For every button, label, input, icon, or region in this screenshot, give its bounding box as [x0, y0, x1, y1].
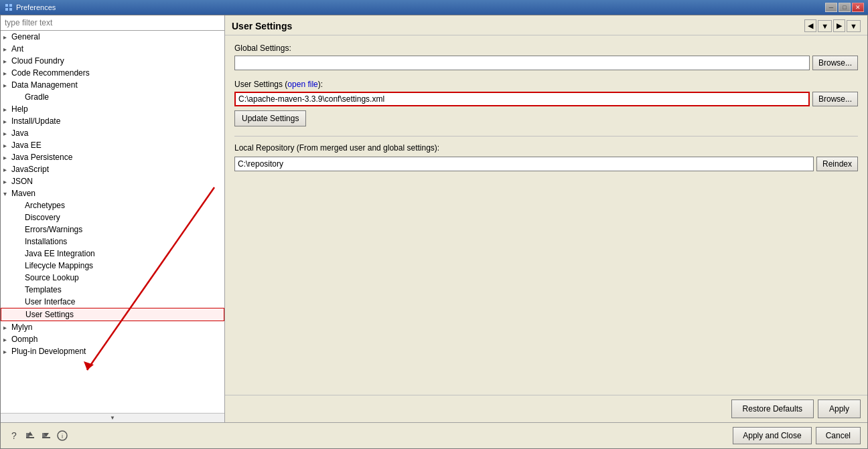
sidebar-item-user-settings[interactable]: User Settings: [1, 308, 224, 321]
sidebar-item-install-update[interactable]: ▸ Install/Update: [1, 115, 224, 127]
search-input[interactable]: [1, 15, 224, 31]
tree-arrow-java-persistence: ▸: [3, 154, 11, 161]
dropdown2-icon: ▼: [850, 22, 857, 30]
sidebar-item-user-interface[interactable]: User Interface: [1, 296, 224, 308]
tree-arrow-mylyn: ▸: [3, 324, 11, 331]
tree-arrow-oomph: ▸: [3, 336, 11, 343]
sidebar-item-oomph[interactable]: ▸ Oomph: [1, 333, 224, 345]
tree-label-code-recommenders: Code Recommenders: [11, 68, 90, 78]
tree-label-java-ee-integration: Java EE Integration: [25, 249, 95, 258]
window-title: Preferences: [16, 3, 825, 11]
sidebar-item-mylyn[interactable]: ▸ Mylyn: [1, 321, 224, 333]
apply-button[interactable]: Apply: [818, 399, 861, 418]
tree-label-cloud-foundry: Cloud Foundry: [11, 56, 64, 66]
help-icon[interactable]: ?: [7, 429, 21, 442]
tree-arrow-plug-in-development: ▸: [3, 348, 11, 355]
tree-label-java-ee: Java EE: [11, 141, 42, 150]
sidebar-item-java[interactable]: ▸ Java: [1, 127, 224, 139]
tree-label-mylyn: Mylyn: [11, 323, 32, 332]
main-area: ▸ General ▸ Ant ▸ Cloud Foundry ▸ Code R…: [1, 15, 867, 422]
minimize-button[interactable]: ─: [825, 3, 837, 12]
tree-label-user-settings: User Settings: [25, 310, 74, 319]
tree-arrow-code-recommenders: ▸: [3, 70, 11, 77]
sidebar-item-help[interactable]: ▸ Help: [1, 103, 224, 115]
tree-label-help: Help: [11, 104, 28, 114]
nav-dropdown2-button[interactable]: ▼: [847, 20, 861, 32]
sidebar-item-archetypes[interactable]: Archetypes: [1, 199, 224, 211]
local-repo-row: Reindex: [234, 157, 858, 171]
nav-back-button[interactable]: ◀: [804, 19, 816, 32]
tree-label-gradle: Gradle: [25, 92, 49, 102]
sidebar-item-java-ee-integration[interactable]: Java EE Integration: [1, 248, 224, 260]
import-icon[interactable]: [23, 429, 37, 442]
tree-label-installations: Installations: [25, 237, 67, 246]
sidebar-item-source-lookup[interactable]: Source Lookup: [1, 272, 224, 284]
apply-close-button[interactable]: Apply and Close: [733, 427, 811, 444]
tree-label-json: JSON: [11, 177, 33, 186]
nav-forward-button[interactable]: ▶: [833, 19, 845, 32]
svg-rect-1: [9, 4, 12, 7]
sidebar-item-java-persistence[interactable]: ▸ Java Persistence: [1, 151, 224, 163]
sidebar-item-errors-warnings[interactable]: Errors/Warnings: [1, 223, 224, 236]
global-browse-button[interactable]: Browse...: [812, 56, 858, 70]
local-repo-label: Local Repository (From merged user and g…: [234, 143, 858, 153]
tree-label-data-management: Data Management: [11, 80, 78, 90]
cancel-button[interactable]: Cancel: [816, 427, 861, 444]
sidebar-item-installations[interactable]: Installations: [1, 236, 224, 248]
close-button[interactable]: ✕: [852, 3, 864, 12]
content-title: User Settings: [232, 21, 292, 31]
restore-defaults-button[interactable]: Restore Defaults: [731, 399, 814, 418]
sidebar-item-data-management[interactable]: ▸ Data Management: [1, 79, 224, 91]
sidebar-item-ant[interactable]: ▸ Ant: [1, 43, 224, 55]
tree-label-java: Java: [11, 128, 28, 138]
tree-label-maven: Maven: [11, 189, 35, 198]
global-settings-row: Browse...: [234, 56, 858, 70]
tree-label-ant: Ant: [11, 44, 23, 54]
content-body: Global Settings: Browse... User Settings…: [225, 35, 867, 395]
export-icon[interactable]: [40, 429, 53, 442]
svg-rect-3: [9, 8, 12, 11]
tree-area: ▸ General ▸ Ant ▸ Cloud Foundry ▸ Code R…: [1, 31, 224, 413]
sidebar-item-javascript[interactable]: ▸ JavaScript: [1, 163, 224, 175]
sidebar-item-general[interactable]: ▸ General: [1, 31, 224, 43]
sidebar-scroll-bottom[interactable]: ▼: [1, 413, 224, 422]
sidebar-item-templates[interactable]: Templates: [1, 284, 224, 296]
tree-label-lifecycle-mappings: Lifecycle Mappings: [25, 261, 93, 270]
sidebar-item-discovery[interactable]: Discovery: [1, 211, 224, 223]
nav-dropdown1-button[interactable]: ▼: [818, 20, 832, 32]
sidebar-item-cloud-foundry[interactable]: ▸ Cloud Foundry: [1, 55, 224, 67]
tree-label-user-interface: User Interface: [25, 297, 75, 306]
svg-rect-4: [26, 437, 34, 438]
bottom-left-icons: ? i: [7, 429, 69, 442]
sidebar-item-lifecycle-mappings[interactable]: Lifecycle Mappings: [1, 260, 224, 272]
sidebar-item-maven[interactable]: ▾ Maven: [1, 187, 224, 199]
sidebar-item-json[interactable]: ▸ JSON: [1, 175, 224, 187]
svg-rect-0: [5, 4, 8, 7]
update-settings-button[interactable]: Update Settings: [234, 110, 306, 126]
user-settings-group: User Settings (open file): Browse... Upd…: [234, 80, 858, 126]
sidebar: ▸ General ▸ Ant ▸ Cloud Foundry ▸ Code R…: [1, 15, 225, 422]
local-repo-input[interactable]: [234, 157, 814, 171]
sidebar-item-gradle[interactable]: Gradle: [1, 91, 224, 103]
user-settings-label: User Settings (open file):: [234, 80, 858, 89]
info-icon[interactable]: i: [56, 429, 69, 442]
content-footer: Restore Defaults Apply: [225, 395, 867, 422]
open-file-link[interactable]: open file: [287, 80, 317, 89]
global-settings-group: Global Settings: Browse...: [234, 43, 858, 70]
user-browse-button[interactable]: Browse...: [812, 92, 858, 106]
title-bar-icon: [4, 3, 13, 12]
user-settings-row: Browse...: [234, 92, 858, 106]
tree-label-archetypes: Archetypes: [25, 201, 65, 210]
tree-label-java-persistence: Java Persistence: [11, 153, 72, 162]
sidebar-item-plug-in-development[interactable]: ▸ Plug-in Development: [1, 345, 224, 357]
user-settings-input[interactable]: [234, 92, 810, 106]
sidebar-item-code-recommenders[interactable]: ▸ Code Recommenders: [1, 67, 224, 79]
nav-forward-icon: ▶: [837, 21, 842, 29]
maximize-button[interactable]: □: [839, 3, 851, 12]
nav-back-icon: ◀: [808, 21, 813, 29]
tree-arrow-install-update: ▸: [3, 118, 11, 125]
global-settings-input[interactable]: [234, 56, 810, 70]
sidebar-item-java-ee[interactable]: ▸ Java EE: [1, 139, 224, 151]
window-content: ▸ General ▸ Ant ▸ Cloud Foundry ▸ Code R…: [0, 15, 868, 449]
reindex-button[interactable]: Reindex: [816, 157, 858, 171]
